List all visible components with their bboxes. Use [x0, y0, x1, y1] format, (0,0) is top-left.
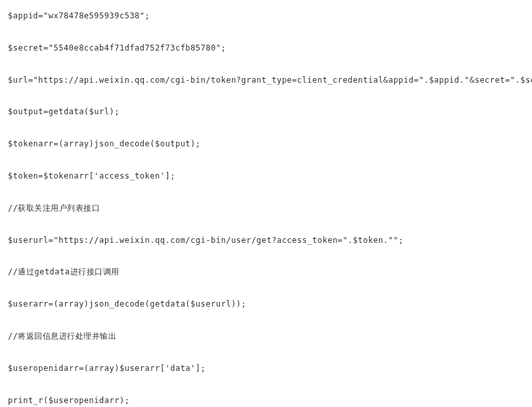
code-line: $userarr=(array)json_decode(getdata($use… [8, 299, 524, 310]
code-line: //通过getdata进行接口调用 [8, 267, 524, 278]
code-line: $output=getdata($url); [8, 106, 524, 118]
code-line: //获取关注用户列表接口 [8, 203, 524, 214]
code-line: //将返回信息进行处理并输出 [8, 331, 524, 342]
code-line: $useropenidarr=(array)$userarr['data']; [8, 363, 524, 374]
code-line: $appid="wx78478e595939c538"; [8, 11, 524, 22]
code-line: print_r($useropenidarr); [8, 395, 524, 406]
code-line: $token=$tokenarr['access_token']; [8, 171, 524, 182]
code-line: $tokenarr=(array)json_decode($output); [8, 139, 524, 150]
code-line: $url="https://api.weixin.qq.com/cgi-bin/… [8, 75, 524, 86]
code-line: $secret="5540e8ccab4f71dfad752f73cfb8578… [8, 43, 524, 54]
code-line: $userurl="https://api.weixin.qq.com/cgi-… [8, 235, 524, 246]
code-block: $appid="wx78478e595939c538"; $secret="55… [8, 11, 524, 406]
